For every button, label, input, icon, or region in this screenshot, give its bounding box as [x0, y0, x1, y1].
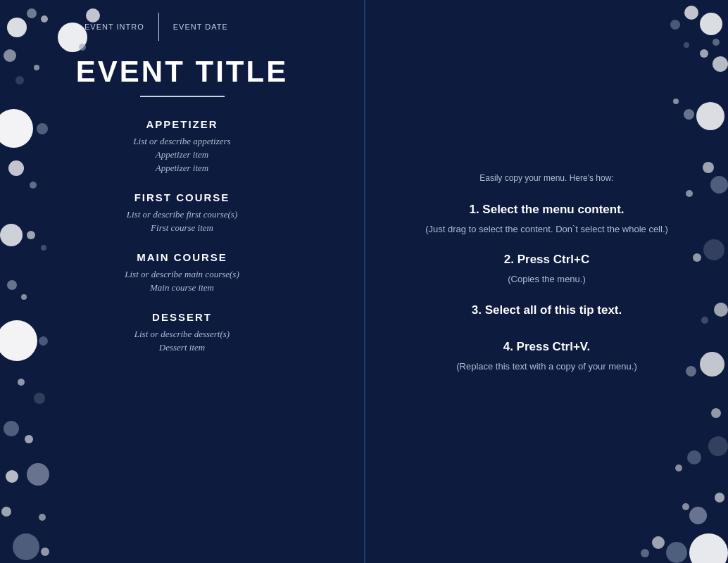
bubble	[687, 450, 701, 464]
bubble	[27, 8, 37, 18]
appetizer-item-1: List or describe appetizers	[28, 136, 336, 147]
bubble	[39, 514, 46, 521]
menu-section-appetizer: APPETIZER List or describe appetizers Ap…	[28, 118, 336, 176]
bubble	[21, 294, 27, 300]
bubble	[34, 65, 39, 70]
appetizer-item-3: Appetizer item	[28, 163, 336, 174]
bubble	[41, 548, 49, 556]
bubble	[670, 20, 680, 30]
section-title-first-course: FIRST COURSE	[28, 191, 336, 203]
title-underline	[140, 96, 225, 97]
event-date-label: EVENT DATE	[173, 23, 228, 31]
appetizer-item-2: Appetizer item	[28, 149, 336, 160]
dessert-item-1: List or describe dessert(s)	[28, 329, 336, 340]
section-title-appetizer: APPETIZER	[28, 118, 336, 130]
bubble	[7, 280, 17, 290]
event-intro-label: EVENT INTRO	[84, 23, 144, 31]
main-course-item-1: List or describe main course(s)	[28, 269, 336, 280]
tip-step-2-title: 2. Press Ctrl+C	[504, 253, 589, 267]
bubble	[675, 464, 682, 472]
tip-step-4-desc: (Replace this text with a copy of your m…	[456, 360, 637, 374]
menu-section-main-course: MAIN COURSE List or describe main course…	[28, 251, 336, 296]
bubble	[0, 224, 23, 246]
bubble	[689, 507, 707, 524]
left-panel: EVENT INTRO EVENT DATE EVENT TITLE APPET…	[0, 0, 364, 563]
bubble	[713, 39, 720, 46]
bubble	[13, 533, 39, 560]
bubble	[39, 336, 48, 346]
bubble	[715, 493, 724, 502]
tip-intro: Easily copy your menu. Here's how:	[479, 173, 613, 183]
bubble	[6, 470, 18, 483]
bubble	[4, 49, 16, 62]
bubble	[710, 176, 728, 194]
tip-step-1-desc: (Just drag to select the content. Don`t …	[425, 222, 668, 236]
bubble	[4, 421, 19, 436]
bubble	[686, 190, 693, 197]
menu-section-first-course: FIRST COURSE List or describe first cour…	[28, 191, 336, 236]
bubble	[684, 109, 694, 120]
tip-step-4-title: 4. Press Ctrl+V.	[503, 340, 591, 354]
bubble	[708, 436, 728, 456]
bubble	[41, 245, 46, 251]
right-panel: Easily copy your menu. Here's how: 1. Se…	[364, 0, 728, 563]
section-title-main-course: MAIN COURSE	[28, 251, 336, 263]
first-course-item-2: First course item	[28, 222, 336, 234]
bubble	[37, 123, 48, 134]
bubble	[7, 18, 27, 37]
bubble	[18, 379, 25, 386]
bubble	[86, 8, 100, 23]
bubble	[700, 49, 708, 58]
tip-step-3-title: 3. Select all of this tip text.	[472, 303, 622, 317]
tip-step-1-title: 1. Select the menu content.	[469, 203, 624, 217]
bubble	[27, 463, 49, 486]
bubble	[696, 102, 724, 130]
menu-section-dessert: DESSERT List or describe dessert(s) Dess…	[28, 311, 336, 355]
first-course-item-1: List or describe first course(s)	[28, 209, 336, 220]
bubble	[666, 542, 687, 563]
header-divider	[158, 13, 159, 41]
bubble	[8, 160, 24, 176]
bubble	[30, 182, 37, 189]
bubble	[41, 15, 48, 23]
section-title-dessert: DESSERT	[28, 311, 336, 323]
bubble	[684, 42, 689, 48]
page-container: EVENT INTRO EVENT DATE EVENT TITLE APPET…	[0, 0, 728, 563]
bubble	[700, 13, 722, 35]
dessert-item-2: Dessert item	[28, 342, 336, 353]
bubble	[684, 6, 698, 20]
bubble	[711, 408, 721, 418]
tip-step-2-desc: (Copies the menu.)	[508, 272, 586, 286]
bubble	[15, 76, 24, 84]
bubble	[34, 393, 45, 404]
event-title: EVENT TITLE	[76, 55, 288, 89]
bubble	[686, 366, 696, 377]
bubble	[1, 507, 11, 517]
bubble	[703, 162, 714, 173]
bubble	[79, 44, 86, 51]
bubble	[27, 231, 35, 239]
bubble	[673, 99, 679, 104]
bubble	[713, 56, 728, 72]
bubble	[703, 239, 724, 260]
bubble	[693, 253, 701, 262]
bubble	[700, 352, 724, 377]
bubble	[701, 317, 708, 324]
bubble	[652, 536, 665, 549]
bubble	[641, 549, 649, 557]
bubble	[25, 435, 33, 443]
main-course-item-2: Main course item	[28, 282, 336, 293]
bubble	[682, 503, 689, 510]
bubble	[689, 533, 728, 563]
bubble	[714, 303, 728, 317]
